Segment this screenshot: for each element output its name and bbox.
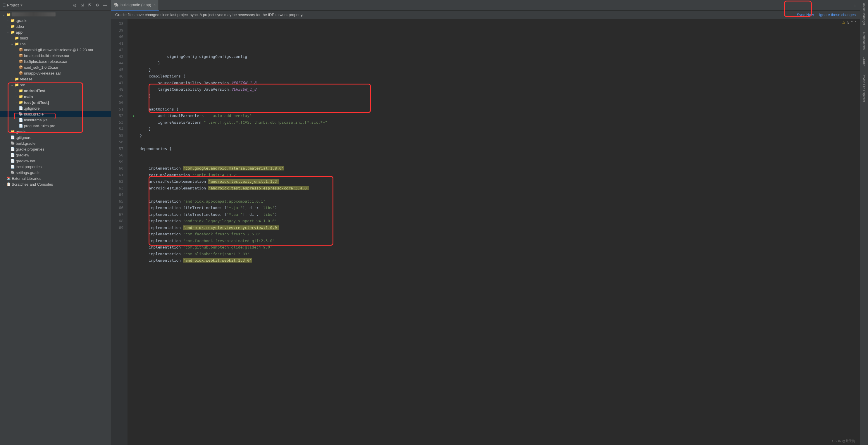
run-gutter-icon[interactable]: ▶ [133, 113, 135, 119]
tab-label: build.gradle (:app) [121, 3, 151, 7]
tree-arrow-icon[interactable]: › [14, 95, 18, 98]
tree-label: src [20, 83, 109, 87]
file-icon: 📁 [18, 100, 23, 104]
tree-arrow-icon[interactable]: › [2, 177, 6, 180]
tree-arrow-icon[interactable]: › [6, 130, 10, 133]
tree-label: gradlew [16, 153, 109, 157]
tool-device-manager[interactable]: Device Manager [863, 2, 866, 25]
sync-now-link[interactable]: Sync Now [797, 12, 814, 17]
tree-label: release [20, 77, 109, 81]
file-icon: 🐘 [18, 112, 23, 116]
tree-label: .gitignore [16, 135, 109, 140]
tree-label: settings.gradle [16, 170, 109, 175]
tool-notifications[interactable]: Notifications [863, 32, 866, 50]
tree-item[interactable]: ⌄📁 [0, 12, 111, 18]
tree-item[interactable]: 📄local.properties [0, 164, 111, 169]
tool-device-file-explorer[interactable]: Device File Explorer [863, 73, 866, 102]
tree-arrow-icon[interactable]: › [14, 101, 18, 104]
tree-label: libs [20, 42, 109, 46]
project-label[interactable]: Project [7, 3, 19, 7]
tree-item[interactable]: ›📁main [0, 94, 111, 99]
tree-item[interactable]: ›📚External Libraries [0, 176, 111, 181]
gear-icon[interactable]: ⚙ [94, 2, 101, 9]
tree-item[interactable]: 📄gradle.properties [0, 146, 111, 152]
code-editor[interactable]: 3839404142434445464748495051525354555657… [111, 19, 860, 445]
file-icon: 📁 [10, 129, 15, 134]
file-icon: 📋 [6, 182, 11, 186]
tree-arrow-icon[interactable]: ⌄ [2, 13, 6, 17]
target-icon[interactable]: ◎ [71, 2, 78, 9]
hide-icon[interactable]: — [101, 2, 108, 9]
tree-item[interactable]: 🐘settings.gradle [0, 169, 111, 176]
tree-item[interactable]: 📦lib.5plus.base-release.aar [0, 59, 111, 64]
tab-build-gradle[interactable]: 🐘 build.gradle (:app) × [111, 0, 159, 10]
expand-icon[interactable]: ⇲ [79, 2, 86, 9]
tree-item[interactable]: ›📁gradle [0, 129, 111, 134]
close-icon[interactable]: × [154, 3, 156, 7]
file-icon: 📄 [10, 135, 15, 139]
tree-item[interactable]: ›📁build [0, 35, 111, 41]
tree-item[interactable]: ›📁test [unitTest] [0, 99, 111, 105]
tree-label: .idea [16, 24, 109, 29]
tree-label: oaid_sdk_1.0.25.aar [24, 65, 109, 70]
tree-item[interactable]: ›📁androidTest [0, 88, 111, 94]
file-icon: 📄 [18, 118, 23, 122]
tree-arrow-icon[interactable]: › [2, 183, 6, 186]
tree-item[interactable]: ›📁release [0, 76, 111, 82]
tree-item[interactable]: ›📁.gradle [0, 18, 111, 23]
tree-arrow-icon[interactable]: › [10, 77, 14, 81]
tree-item[interactable]: 📦uniapp-v8-release.aar [0, 70, 111, 76]
tree-label: uniapp-v8-release.aar [24, 71, 109, 75]
tree-item[interactable]: 📄proguard-rules.pro [0, 123, 111, 129]
tree-item[interactable]: ›📁.idea [0, 23, 111, 29]
ignore-link[interactable]: Ignore these changes [819, 12, 856, 17]
tree-item[interactable]: ⌄📁src [0, 82, 111, 88]
tree-arrow-icon[interactable]: › [6, 25, 10, 28]
gradle-icon: 🐘 [114, 3, 119, 7]
chevron-down-icon[interactable]: ▾ [21, 3, 23, 7]
file-icon: 📁 [14, 36, 19, 40]
tree-item[interactable]: 📄gradlew.bat [0, 158, 111, 164]
warning-icon: ⚠ [842, 21, 845, 25]
tree-item[interactable]: 📄minidrama.jks [0, 117, 111, 123]
tree-label: gradle.properties [16, 147, 109, 152]
tree-item[interactable]: 📦breakpad-build-release.aar [0, 53, 111, 59]
tree-item[interactable]: 📦oaid_sdk_1.0.25.aar [0, 64, 111, 70]
project-tree[interactable]: ⌄📁›📁.gradle›📁.idea⌄📁app›📁build⌄📁libs📦and… [0, 10, 111, 445]
collapse-icon[interactable]: ⇱ [86, 2, 93, 9]
file-icon: 📄 [10, 159, 15, 163]
chevron-down-icon[interactable]: ˅ [855, 21, 856, 25]
editor-area: 🐘 build.gradle (:app) × ⋮ Gradle files h… [111, 0, 860, 445]
tree-label: androidTest [24, 89, 109, 93]
file-icon: 📄 [10, 147, 15, 151]
file-icon: 📦 [18, 54, 23, 58]
code-content[interactable]: ▶ signingConfig signingConfigs.config } … [127, 19, 860, 445]
tree-arrow-icon[interactable]: › [6, 19, 10, 22]
inspection-summary[interactable]: ⚠ 5 ˄ ˅ [842, 21, 856, 25]
tree-arrow-icon[interactable]: ⌄ [6, 31, 10, 34]
tree-item[interactable]: 📄.gitignore [0, 105, 111, 111]
tree-arrow-icon[interactable]: ⌄ [10, 42, 14, 45]
tree-item[interactable]: 📦android-gif-drawable-release@1.2.23.aar [0, 47, 111, 53]
tree-arrow-icon[interactable]: ⌄ [10, 83, 14, 87]
tool-gradle[interactable]: Gradle [863, 57, 866, 66]
tree-item[interactable]: 📄gradlew [0, 152, 111, 158]
file-icon: 📄 [10, 165, 15, 169]
tree-item[interactable]: 🐘build.gradle [0, 140, 111, 146]
warning-count: 5 [847, 21, 849, 25]
more-icon[interactable]: ⋮ [853, 3, 857, 7]
tree-item[interactable]: ›📋Scratches and Consoles [0, 181, 111, 187]
project-header: ☰ Project ▾ ◎ ⇲ ⇱ ⚙ — [0, 0, 111, 10]
file-icon: 📁 [14, 77, 19, 81]
tree-label: proguard-rules.pro [24, 124, 109, 128]
tree-item[interactable]: ⌄📁app [0, 29, 111, 35]
tree-label: gradle [16, 129, 109, 134]
project-icon: ☰ [2, 3, 6, 7]
tree-item[interactable]: ⌄📁libs [0, 41, 111, 47]
tree-item[interactable]: 📄.gitignore [0, 134, 111, 140]
tree-arrow-icon[interactable]: › [14, 89, 18, 92]
tree-arrow-icon[interactable]: › [10, 36, 14, 40]
tree-label: main [24, 94, 109, 99]
chevron-up-icon[interactable]: ˄ [851, 21, 853, 25]
tree-item[interactable]: 🐘build.gradle [0, 111, 111, 117]
